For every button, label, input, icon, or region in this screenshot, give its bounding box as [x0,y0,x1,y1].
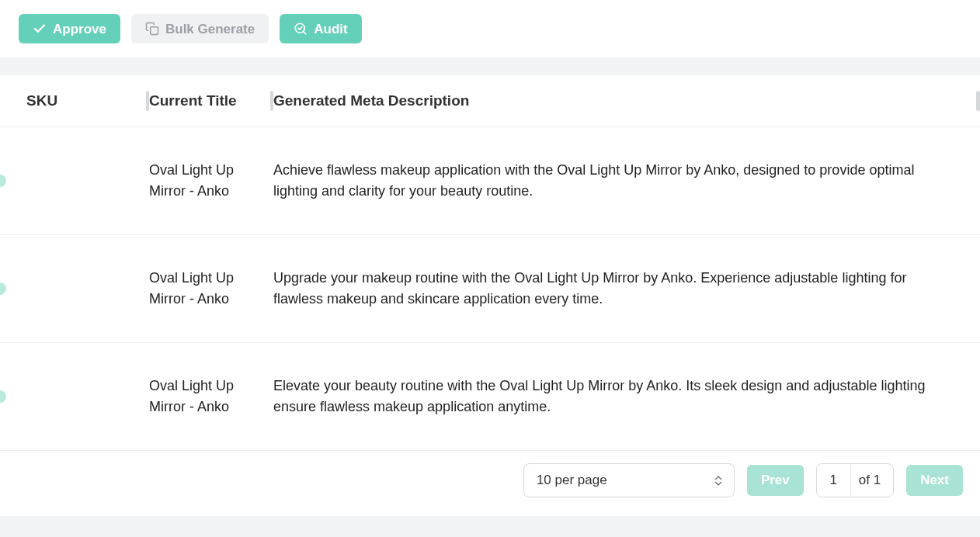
current-page-input[interactable] [817,464,851,497]
cell-title: Oval Light Up Mirror - Anko [149,376,273,417]
search-check-icon [294,22,308,36]
approve-label: Approve [53,23,106,36]
bulk-generate-button[interactable]: Bulk Generate [131,14,269,43]
row-indicator-icon [0,282,6,295]
table-header-row: SKU Current Title Generated Meta Descrip… [0,75,980,127]
header-sku[interactable]: SKU [26,92,149,109]
table-row[interactable]: Oval Light Up Mirror - Anko Upgrade your… [0,235,980,343]
prev-button[interactable]: Prev [747,465,804,496]
header-title-label: Current Title [149,92,237,109]
total-pages-label: of 1 [859,473,881,488]
column-resize-handle[interactable] [976,91,980,111]
stepper-icon[interactable] [714,473,725,487]
per-page-select[interactable] [523,463,735,497]
cell-desc: Achieve flawless makeup application with… [273,160,980,202]
audit-button[interactable]: Audit [280,14,361,43]
copy-icon [145,22,159,36]
check-icon [33,22,47,36]
header-generated-desc[interactable]: Generated Meta Description [273,92,980,109]
audit-label: Audit [314,23,347,36]
toolbar: Approve Bulk Generate Audit [0,0,980,58]
svg-rect-0 [151,27,158,35]
cell-desc: Upgrade your makeup routine with the Ova… [273,268,980,310]
cell-title: Oval Light Up Mirror - Anko [149,268,273,310]
cell-desc: Elevate your beauty routine with the Ova… [273,376,980,417]
approve-button[interactable]: Approve [19,14,120,43]
bulk-generate-label: Bulk Generate [165,23,255,36]
row-indicator-icon [0,175,6,187]
row-indicator-icon [0,390,6,403]
table-row[interactable]: Oval Light Up Mirror - Anko Elevate your… [0,343,980,451]
per-page-display[interactable] [523,463,735,497]
cell-title: Oval Light Up Mirror - Anko [149,160,273,202]
table-row[interactable]: Oval Light Up Mirror - Anko Achieve flaw… [0,127,980,235]
next-button[interactable]: Next [906,465,963,496]
svg-line-2 [304,31,306,33]
header-current-title[interactable]: Current Title [149,92,273,109]
pagination-bar: Prev of 1 Next [0,451,980,516]
header-desc-label: Generated Meta Description [273,92,469,109]
header-sku-label: SKU [26,92,57,109]
page-indicator: of 1 [816,463,894,497]
data-table: SKU Current Title Generated Meta Descrip… [0,75,980,516]
